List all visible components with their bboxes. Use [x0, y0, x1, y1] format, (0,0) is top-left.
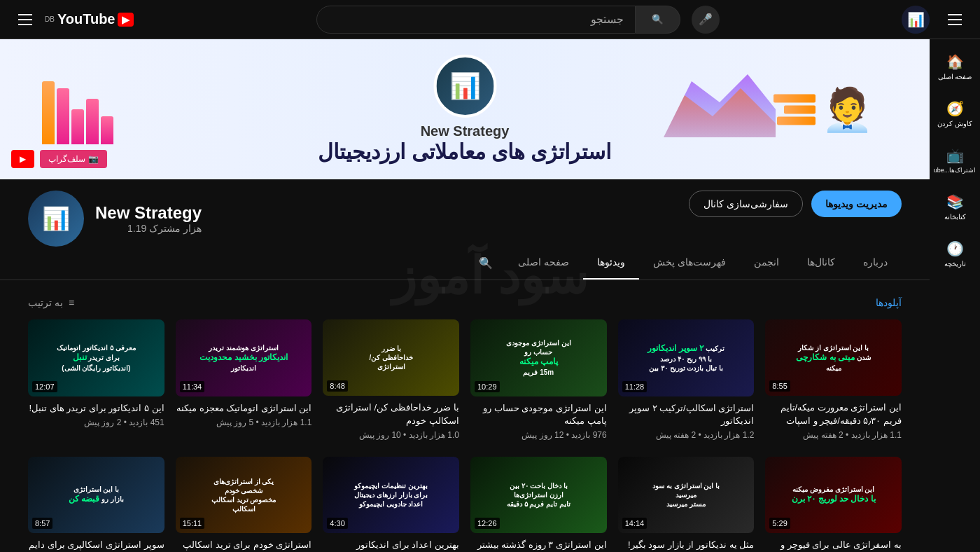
- sidebar-item-explore[interactable]: 🧭 کاوش کردن: [932, 92, 977, 136]
- video-meta-2: 1.2 هزار بازدید • 2 هفته پیش: [618, 430, 755, 440]
- video-meta-4: 1.0 هزار بازدید • 10 روز پیش: [323, 430, 459, 440]
- section-header: آپلودها ≡ به ترتیب: [28, 297, 902, 308]
- thumb-text-8: با این استراتژی به سودمیرسیدمستر میرسید: [652, 481, 720, 509]
- channel-action-buttons: مدیریت ویدیوها سفارشی‌سازی کانال: [689, 191, 902, 217]
- video-info-11: استراتژی خودم برای ترید اسکالپ: [176, 533, 312, 552]
- video-meta-5: 1.1 هزار بازدید • 5 روز پیش: [176, 418, 312, 427]
- video-info-5: این استراتژی اتوماتیک معجزه میکنه 1.1 هز…: [176, 396, 312, 433]
- sort-label: به ترتیب: [28, 297, 63, 308]
- video-info-2: استراتژی اسکالپ/ترکیب ۲ سوپر اندیکاتور 1…: [618, 396, 755, 446]
- bar-chart-bar: [71, 109, 84, 144]
- video-duration-4: 8:48: [327, 380, 347, 392]
- video-card-8[interactable]: با این استراتژی به سودمیرسیدمستر میرسید …: [618, 457, 755, 552]
- customize-channel-button[interactable]: سفارشی‌سازی کانال: [689, 191, 803, 217]
- banner-logo-icon: 📊: [449, 71, 481, 101]
- video-thumb-9: با دخال باحت ۲۰ بینارزن استراتژی‌هاتایم …: [470, 457, 607, 534]
- video-card-3[interactable]: این استراتژی موجودیحساب روپامپ میکنه15m …: [470, 319, 607, 446]
- video-card-1[interactable]: با این استراتژی از شکارشدن میتی به شکارچ…: [765, 319, 902, 446]
- bar-chart-bar: [57, 88, 69, 144]
- tab-about[interactable]: درباره: [849, 247, 902, 280]
- top-hamburger-button[interactable]: [11, 6, 39, 34]
- video-title-11: استراتژی خودم برای ترید اسکالپ: [176, 539, 312, 551]
- video-title-4: با ضرر خداحافظی کن/ استراتژی اسکالپ خودم: [323, 401, 459, 427]
- video-thumb-7: این استراتژی مفروض میکنهبا دخال حد لوریج…: [765, 457, 902, 533]
- video-card-11[interactable]: یکی از استراتژی‌هایشخصی خودممخصوص ترید ا…: [176, 457, 312, 552]
- video-info-8: مثل یه ندیکاتور از بازار سود بگیر!: [618, 533, 755, 552]
- video-duration-11: 15:11: [180, 518, 205, 529]
- video-card-6[interactable]: معرفی ۵ اندیکاتور اتوماتیکبرای تریدر تنب…: [28, 319, 164, 446]
- tab-playlists[interactable]: فهرست‌های پخش: [639, 247, 740, 280]
- mic-button[interactable]: 🎤: [692, 6, 720, 34]
- subscriptions-icon: 📺: [946, 147, 964, 164]
- video-card-2[interactable]: ترکیب ۲ سوپر اندیکاتوربا ۹۹ ربح ۴۰ درصدب…: [618, 319, 755, 446]
- video-card-5[interactable]: استراتژی هوشمند تریدراندیکاتور بخشید محد…: [176, 319, 312, 446]
- video-thumb-4: با ضررخداحافظی کن/استراتژی 8:48: [323, 319, 459, 396]
- video-meta-1: 1.1 هزار بازدید • 2 هفته پیش: [765, 430, 902, 440]
- video-thumb-5: استراتژی هوشمند تریدراندیکاتور بخشید محد…: [176, 319, 312, 396]
- video-thumb-3: این استراتژی موجودیحساب روپامپ میکنه15m …: [470, 319, 607, 396]
- video-duration-2: 11:28: [622, 381, 648, 392]
- manage-videos-button[interactable]: مدیریت ویدیوها: [811, 191, 902, 217]
- instagram-badge[interactable]: 📷 سلف‌گراپ: [40, 150, 107, 168]
- right-bars: [774, 94, 816, 125]
- tab-community[interactable]: انجمن: [740, 247, 793, 280]
- channel-details: New Strategy 1.19 هزار مشترک 📊: [28, 191, 202, 247]
- hamburger-menu[interactable]: [941, 6, 969, 34]
- sort-control[interactable]: ≡ به ترتیب: [28, 297, 74, 308]
- video-info-9: این استراتژی ۳ روزه گذشته بیشتر: [470, 533, 607, 552]
- video-card-7[interactable]: این استراتژی مفروض میکنهبا دخال حد لوریج…: [765, 457, 902, 552]
- db-badge: DB: [45, 15, 55, 23]
- video-thumb-11: یکی از استراتژی‌هایشخصی خودممخصوص ترید ا…: [176, 457, 312, 534]
- tab-search-button[interactable]: 🔍: [468, 247, 504, 280]
- video-info-4: با ضرر خداحافظی کن/ استراتژی اسکالپ خودم…: [323, 396, 459, 445]
- sort-icon: ≡: [69, 297, 74, 308]
- channel-logo-small[interactable]: 📊: [902, 6, 930, 34]
- video-info-12: سوپر استراتژی اسکالپری برای دایم: [28, 533, 164, 552]
- youtube-logo: ▶ YouTube DB: [45, 11, 134, 27]
- video-info-10: بهترین اعداد برای اندیکاتور ایچیموکو: [323, 533, 459, 552]
- video-thumb-12: با این استراتژیبازار رو قبضه کن 8:57: [28, 457, 164, 534]
- avatar-icon: 📊: [42, 205, 70, 232]
- banner-graphics: 📊 New Strategy استراتژی های معاملاتی ارز…: [0, 39, 930, 179]
- video-grid: با این استراتژی از شکارشدن میتی به شکارچ…: [28, 319, 902, 552]
- tab-videos[interactable]: ویدئوها: [583, 247, 639, 280]
- thumb-text-10: بهترین تنظیمات ایچیموکوبرای بازار ارزهای…: [354, 481, 428, 509]
- channel-banner: 📊 New Strategy استراتژی های معاملاتی ارز…: [0, 39, 930, 179]
- banner-right-area: 🧑‍💼: [774, 85, 874, 134]
- video-card-9[interactable]: با دخال باحت ۲۰ بینارزن استراتژی‌هاتایم …: [470, 457, 607, 552]
- tab-home[interactable]: صفحه اصلی: [504, 247, 583, 280]
- banner-title-en: New Strategy: [318, 123, 611, 139]
- sidebar-label-library: کتابخانه: [944, 213, 966, 221]
- sidebar-item-history[interactable]: 🕐 تاریخچه: [932, 232, 977, 276]
- social-badges: 📷 سلف‌گراپ ▶: [11, 150, 107, 168]
- video-title-3: این استراتژی موجودی حساب رو پامپ میکنه: [470, 402, 607, 427]
- home-icon: 🏠: [946, 53, 964, 70]
- video-card-12[interactable]: با این استراتژیبازار رو قبضه کن 8:57 سوپ…: [28, 457, 164, 552]
- sidebar-label-explore: کاوش کردن: [937, 120, 972, 127]
- channel-info-bar: مدیریت ویدیوها سفارشی‌سازی کانال New Str…: [0, 179, 930, 247]
- sidebar-item-library[interactable]: 📚 کتابخانه: [932, 185, 977, 229]
- search-button[interactable]: 🔍: [636, 6, 680, 34]
- video-duration-9: 12:26: [475, 518, 500, 529]
- sidebar-item-home[interactable]: 🏠 صفحه اصلی: [932, 45, 977, 89]
- youtube-badge[interactable]: ▶: [11, 150, 34, 168]
- video-duration-6: 12:07: [32, 381, 57, 392]
- video-duration-1: 8:55: [769, 380, 790, 392]
- sidebar-label-subscriptions: اشتراک‌ها...ube: [934, 167, 976, 174]
- library-icon: 📚: [946, 193, 964, 210]
- sidebar-item-subscriptions[interactable]: 📺 اشتراک‌ها...ube: [932, 139, 977, 182]
- search-input[interactable]: [316, 6, 636, 34]
- video-card-10[interactable]: بهترین تنظیمات ایچیموکوبرای بازار ارزهای…: [323, 457, 459, 552]
- thumb-text-9: با دخال باحت ۲۰ بینارزن استراتژی‌هاتایم …: [507, 481, 570, 509]
- tab-channels[interactable]: کانال‌ها: [793, 247, 849, 280]
- thumb-text-12: با این استراتژیبازار رو قبضه کن: [69, 485, 124, 505]
- thumb-text-7: این استراتژی مفروض میکنهبا دخال حد لوریج…: [792, 485, 876, 505]
- video-thumb-1: با این استراتژی از شکارشدن میتی به شکارچ…: [765, 319, 902, 396]
- thumb-text-5: استراتژی هوشمند تریدراندیکاتور بخشید محد…: [200, 343, 288, 373]
- thumb-text-11: یکی از استراتژی‌هایشخصی خودممخصوص ترید ا…: [211, 477, 276, 513]
- bar: [784, 105, 816, 113]
- banner-logo: 📊: [433, 55, 496, 118]
- video-duration-12: 8:57: [32, 518, 52, 529]
- video-card-4[interactable]: با ضررخداحافظی کن/استراتژی 8:48 با ضرر خ…: [323, 319, 459, 446]
- upload-text: آپلودها: [876, 297, 902, 308]
